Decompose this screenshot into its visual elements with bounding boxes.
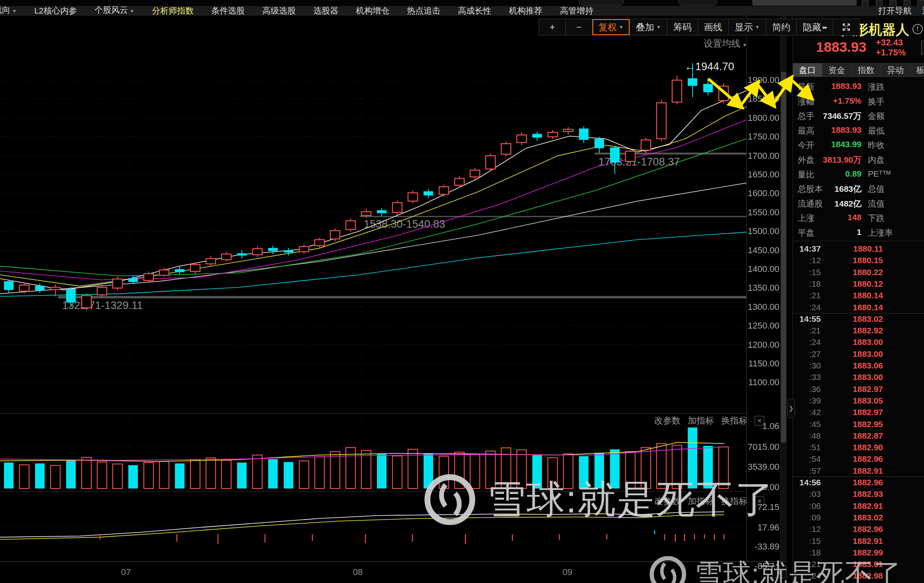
menu-item-1[interactable]: L2核心内参: [34, 6, 77, 15]
tick-time: :45: [798, 420, 821, 429]
panel-collapse-handle[interactable]: ❯: [787, 399, 795, 418]
quote-label: 总手: [798, 110, 814, 122]
quote-label: 上涨: [798, 213, 814, 224]
tick-row[interactable]: :151880.221731: [793, 268, 924, 279]
tick-time: :18: [798, 279, 821, 289]
quote-row: 量比0.89PEᵀᵀᴹ53.: [793, 169, 924, 184]
menu-item-8[interactable]: 热点追击: [407, 6, 440, 15]
toolbar-button-−[interactable]: −: [566, 19, 592, 35]
tick-row[interactable]: :571882.912258: [793, 466, 924, 478]
tick-row[interactable]: :121882.963181: [793, 524, 924, 536]
tick-row[interactable]: :511882.903545: [793, 443, 924, 454]
menu-item-10[interactable]: 机构推荐: [509, 6, 542, 15]
tick-row[interactable]: :241880.141305: [793, 303, 924, 314]
menu-item-2[interactable]: 个股风云▼: [94, 5, 134, 16]
menu-item-3[interactable]: 分析师指数: [152, 6, 194, 15]
tick-row[interactable]: :241883.002884: [793, 337, 924, 349]
tick-row[interactable]: :541882.963419: [793, 454, 924, 466]
tab-板块[interactable]: 板块: [910, 63, 924, 77]
toolbar-button-隐藏[interactable]: 隐藏▸▸: [797, 19, 833, 35]
tick-row[interactable]: :301883.063394: [793, 361, 924, 372]
menu-item-7[interactable]: 机构增仓: [356, 6, 389, 15]
svg-text:←1944.70: ←1944.70: [685, 61, 734, 73]
tick-row[interactable]: :271883.002869: [793, 349, 924, 361]
tick-time: 14:55: [798, 314, 821, 324]
clipped-edge-button[interactable]: [921, 41, 924, 54]
quote-panel: BK1184 人形机器人 ! 1883.93 +32.43 +1.75% 盘口资…: [793, 15, 924, 583]
tick-time: :06: [798, 501, 821, 511]
tab-资金[interactable]: 资金: [822, 63, 852, 77]
menu-item-4[interactable]: 条件选股: [211, 6, 245, 15]
menu-right-item-1[interactable]: 返回: [922, 5, 924, 16]
quote-value: 1482亿: [815, 198, 861, 209]
menu-item-11[interactable]: 高管增持: [560, 6, 593, 15]
tick-price: 1882.97: [833, 408, 883, 417]
ma-settings-button[interactable]: 设置均线▼: [704, 37, 747, 50]
fullscreen-icon[interactable]: [833, 19, 859, 35]
tick-row[interactable]: :211882.922322: [793, 326, 924, 337]
tick-price: 1882.95: [833, 420, 883, 429]
toolbar-button-显示[interactable]: 显示▼: [729, 19, 766, 35]
tick-row[interactable]: :121880.151289: [793, 256, 924, 267]
tick-row[interactable]: :361882.973482: [793, 384, 924, 396]
tick-time: :42: [798, 408, 821, 417]
menu-right-item-0[interactable]: 打开导航: [878, 5, 912, 16]
tick-time: :54: [798, 454, 821, 464]
price-axis-label: 1100.00: [744, 377, 779, 388]
tick-row[interactable]: :181880.12756: [793, 279, 924, 291]
toolbar-button-画线[interactable]: 画线: [698, 19, 729, 35]
toolbar-button-+[interactable]: +: [539, 19, 566, 35]
tab-盘口[interactable]: 盘口: [793, 63, 822, 77]
tab-指数[interactable]: 指数: [851, 63, 881, 77]
tick-row[interactable]: :451882.952445: [793, 420, 924, 431]
price-axis-label: 1500.00: [744, 226, 779, 236]
tick-row[interactable]: 14:371880.11873: [793, 244, 924, 256]
tick-price: 1880.12: [833, 279, 883, 289]
chart-scrollbar-thumb[interactable]: [781, 72, 786, 443]
toolbar-button-简约[interactable]: 简约: [766, 19, 797, 35]
toolbar-button-叠加[interactable]: 叠加▼: [630, 19, 667, 35]
tick-time: :51: [798, 443, 821, 452]
tick-row[interactable]: :091883.023569: [793, 513, 924, 524]
top-control-pill[interactable]: [678, 0, 717, 6]
tick-row[interactable]: :421882.972584: [793, 408, 924, 419]
tick-row[interactable]: :151882.913292: [793, 536, 924, 548]
tick-row[interactable]: :331883.002581: [793, 372, 924, 384]
quote-row: 上涨148下跌: [793, 213, 924, 227]
price-axis-label: 1150.00: [744, 358, 779, 369]
tick-row[interactable]: :211880.141032: [793, 291, 924, 302]
menu-item-9[interactable]: 高成长性: [458, 6, 491, 15]
tick-row[interactable]: :031882.933165: [793, 489, 924, 501]
quote-value: 4.96: [902, 96, 924, 106]
pane-button-0[interactable]: 改参数: [654, 415, 681, 427]
tick-price: 1880.14: [833, 291, 883, 300]
quote-value: 1: [815, 227, 861, 237]
pane-button-1[interactable]: 加指标: [688, 415, 714, 427]
volume-axis-label: 3539.00: [744, 462, 779, 472]
tick-time: :21: [798, 291, 821, 300]
toolbar-button-筹码[interactable]: 筹码: [667, 19, 698, 35]
tick-row[interactable]: :061882.912859: [793, 501, 924, 513]
menu-item-6[interactable]: 选股器: [313, 6, 338, 15]
tick-time: :15: [798, 536, 821, 546]
top-mini-icon[interactable]: [862, 0, 869, 6]
pane-button-2[interactable]: 换指标: [721, 415, 747, 427]
close-icon[interactable]: ✕: [755, 416, 764, 425]
tick-row[interactable]: 14:561882.963811: [793, 478, 924, 489]
tick-row[interactable]: :391883.053626: [793, 396, 924, 408]
info-icon[interactable]: !: [912, 24, 923, 34]
tick-row[interactable]: 14:551883.022440: [793, 314, 924, 326]
price-axis-label: 1700.00: [744, 151, 779, 161]
watermark-text: 雪球:就是死不了: [694, 555, 902, 583]
toolbar-button-复权[interactable]: 复权▼: [592, 19, 630, 35]
menu-item-5[interactable]: 高级选股: [262, 6, 296, 15]
tab-异动[interactable]: 异动: [881, 63, 910, 77]
tick-price: 1883.05: [833, 396, 883, 406]
menu-item-0[interactable]: 流向▼: [0, 5, 17, 16]
svg-text:1538.30-1540.83: 1538.30-1540.83: [364, 218, 445, 230]
quote-value: 53.: [902, 169, 924, 179]
svg-text:1703.21-1708.37: 1703.21-1708.37: [598, 156, 680, 168]
tick-time: :15: [798, 268, 821, 277]
tick-row[interactable]: :481882.872693: [793, 431, 924, 443]
top-control-pill[interactable]: [579, 0, 624, 6]
